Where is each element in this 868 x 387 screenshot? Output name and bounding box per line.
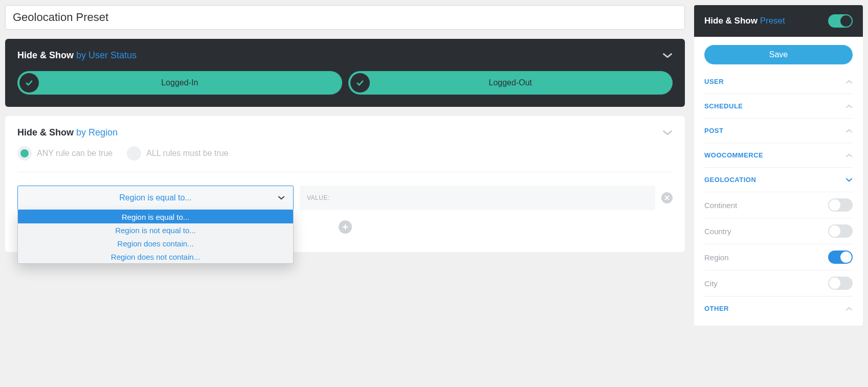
region-operator-dropdown: Region is equal to... Region is not equa… (17, 210, 294, 264)
accordion-other[interactable]: OTHER (704, 296, 853, 321)
country-toggle[interactable] (828, 224, 853, 238)
accordion-label: GEOLOCATION (704, 176, 756, 184)
title-prefix: Hide & Show (17, 127, 74, 138)
dropdown-option[interactable]: Region is not equal to... (18, 223, 293, 237)
region-value-input[interactable]: VALUE: (300, 186, 655, 210)
chevron-up-icon (845, 153, 853, 157)
accordion-label: SCHEDULE (704, 102, 743, 110)
user-status-card: Hide & Show by User Status Logged-In Log… (5, 39, 685, 107)
logged-out-pill[interactable]: Logged-Out (348, 71, 673, 95)
save-button[interactable]: Save (704, 45, 853, 64)
chevron-up-icon (845, 129, 853, 133)
region-title: Hide & Show by Region (17, 127, 118, 138)
accordion-geolocation[interactable]: GEOLOCATION (704, 167, 853, 192)
chevron-up-icon (845, 104, 853, 108)
any-rule-label: ANY rule can be true (37, 149, 113, 158)
region-operator-select[interactable]: Region is equal to... (17, 186, 294, 210)
dropdown-option[interactable]: Region is equal to... (18, 210, 293, 223)
geo-item-city: City (704, 270, 853, 296)
title-suffix: by User Status (76, 50, 137, 60)
title-suffix: by Region (76, 127, 118, 138)
remove-rule-button[interactable] (661, 192, 673, 203)
chevron-down-icon (278, 196, 285, 200)
select-value: Region is equal to... (119, 193, 191, 202)
geo-item-country: Country (704, 218, 853, 244)
add-rule-button[interactable] (339, 220, 352, 234)
all-rule-label: ALL rules must be true (146, 149, 228, 158)
logged-in-pill[interactable]: Logged-In (17, 71, 342, 95)
accordion-label: OTHER (704, 305, 729, 312)
geo-item-region: Region (704, 244, 853, 270)
chevron-up-icon (845, 307, 853, 311)
close-icon (664, 195, 670, 201)
radio-off-icon (127, 146, 141, 161)
continent-toggle[interactable] (828, 198, 853, 212)
chevron-down-icon[interactable] (662, 53, 673, 59)
check-icon (19, 73, 39, 93)
preset-enabled-toggle[interactable] (828, 14, 853, 28)
geo-item-continent: Continent (704, 192, 853, 218)
sidebar-heading-suffix: Preset (760, 16, 785, 26)
chevron-up-icon (845, 80, 853, 84)
title-prefix: Hide & Show (17, 50, 74, 60)
region-card: Hide & Show by Region ANY rule can be tr… (5, 116, 685, 252)
geo-item-label: Region (704, 253, 729, 262)
plus-icon (342, 223, 349, 231)
check-icon (350, 73, 370, 93)
accordion-schedule[interactable]: SCHEDULE (704, 94, 853, 118)
logged-in-label: Logged-In (161, 78, 198, 87)
chevron-down-icon (845, 178, 853, 182)
dropdown-option[interactable]: Region does contain... (18, 237, 293, 250)
chevron-down-icon[interactable] (662, 130, 673, 136)
any-rule-option[interactable]: ANY rule can be true (17, 146, 113, 161)
dropdown-option[interactable]: Region does not contain... (18, 250, 293, 263)
accordion-user[interactable]: USER (704, 70, 853, 94)
sidebar-heading-prefix: Hide & Show (704, 16, 758, 26)
geo-item-label: City (704, 279, 718, 288)
value-placeholder: VALUE: (307, 194, 330, 201)
accordion-label: POST (704, 127, 723, 134)
radio-on-icon (17, 146, 32, 161)
sidebar: Hide & Show Preset Save USER SCHEDULE PO… (694, 5, 863, 326)
all-rule-option[interactable]: ALL rules must be true (127, 146, 228, 161)
accordion-woocommerce[interactable]: WOOCOMMERCE (704, 143, 853, 167)
svg-rect-3 (342, 226, 348, 227)
geo-item-label: Country (704, 227, 731, 236)
logged-out-label: Logged-Out (488, 78, 532, 87)
accordion-label: WOOCOMMERCE (704, 151, 763, 159)
user-status-title: Hide & Show by User Status (17, 50, 137, 61)
geo-item-label: Continent (704, 201, 737, 210)
sidebar-header: Hide & Show Preset (694, 5, 863, 37)
region-toggle[interactable] (828, 251, 853, 264)
accordion-post[interactable]: POST (704, 118, 853, 143)
accordion-label: USER (704, 78, 724, 85)
city-toggle[interactable] (828, 277, 853, 290)
preset-title-input[interactable] (5, 5, 685, 30)
